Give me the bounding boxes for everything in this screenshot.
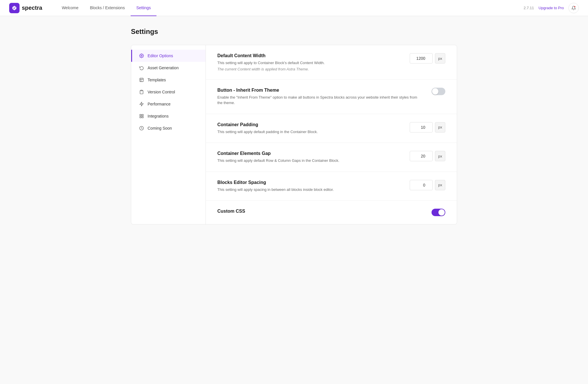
blocks-editor-spacing-unit: px: [435, 180, 445, 190]
setting-info-container-padding: Container Padding This setting will appl…: [217, 122, 398, 135]
grid-icon: [139, 114, 144, 119]
container-padding-input[interactable]: [410, 122, 433, 133]
nav-links: Welcome Blocks / Extensions Settings: [56, 0, 524, 16]
sidebar-item-asset-generation[interactable]: Asset Generation: [131, 62, 206, 74]
gear-icon: [139, 53, 144, 58]
version-label: 2.7.11: [524, 6, 534, 10]
svg-point-0: [574, 6, 575, 7]
setting-container-padding: Container Padding This setting will appl…: [206, 114, 457, 143]
setting-info-custom-css: Custom CSS: [217, 209, 420, 216]
setting-container-elements-gap: Container Elements Gap This setting will…: [206, 143, 457, 172]
svg-rect-5: [141, 90, 142, 91]
setting-info-blocks-editor-spacing: Blocks Editor Spacing This setting will …: [217, 180, 398, 193]
page-container: Settings Editor Options: [122, 16, 466, 236]
sidebar-label-performance: Performance: [148, 102, 171, 106]
nav-welcome[interactable]: Welcome: [56, 0, 84, 16]
nav-settings[interactable]: Settings: [131, 0, 157, 16]
setting-control-custom-css: [432, 209, 445, 216]
clock-icon: [139, 126, 144, 131]
svg-marker-6: [140, 102, 143, 106]
upgrade-to-pro-link[interactable]: Upgrade to Pro: [539, 6, 564, 10]
setting-control-container-elements-gap: px: [410, 151, 445, 161]
sidebar-label-templates: Templates: [148, 78, 166, 82]
sidebar-item-templates[interactable]: Templates: [131, 74, 206, 86]
setting-title-container-elements-gap: Container Elements Gap: [217, 151, 398, 156]
blocks-editor-spacing-input[interactable]: [410, 180, 433, 190]
setting-info-button-inherit: Button - Inherit From Theme Enable the "…: [217, 88, 420, 106]
sidebar-label-editor-options: Editor Options: [148, 53, 173, 58]
container-elements-gap-unit: px: [435, 151, 445, 161]
logo-link[interactable]: spectra: [9, 3, 42, 13]
setting-desc-default-content-width: This setting will apply to Container Blo…: [217, 60, 398, 66]
svg-rect-10: [142, 116, 143, 118]
clipboard-icon: [139, 89, 144, 95]
setting-title-default-content-width: Default Content Width: [217, 53, 398, 58]
bell-icon: [571, 6, 576, 10]
default-content-width-unit: px: [435, 53, 445, 64]
sidebar-item-integrations[interactable]: Integrations: [131, 110, 206, 122]
setting-info-container-elements-gap: Container Elements Gap This setting will…: [217, 151, 398, 164]
setting-control-default-content-width: px: [410, 53, 445, 64]
default-content-width-input[interactable]: [410, 53, 433, 64]
sidebar-label-asset-generation: Asset Generation: [148, 66, 179, 70]
bolt-icon: [139, 101, 144, 107]
setting-desc-button-inherit: Enable the "Inherit From Theme" option t…: [217, 95, 420, 106]
content-layout: Editor Options Asset Generation: [131, 45, 457, 224]
button-inherit-toggle[interactable]: [432, 88, 445, 95]
sidebar-item-editor-options[interactable]: Editor Options: [131, 50, 206, 62]
nav-blocks-extensions[interactable]: Blocks / Extensions: [84, 0, 130, 16]
svg-rect-8: [142, 114, 143, 116]
setting-title-custom-css: Custom CSS: [217, 209, 420, 214]
logo-text: spectra: [22, 5, 42, 11]
custom-css-toggle[interactable]: [432, 209, 445, 216]
svg-point-1: [141, 55, 142, 56]
nav-right: 2.7.11 Upgrade to Pro: [524, 3, 579, 13]
container-padding-unit: px: [435, 122, 445, 133]
setting-button-inherit: Button - Inherit From Theme Enable the "…: [206, 80, 457, 114]
setting-title-button-inherit: Button - Inherit From Theme: [217, 88, 420, 93]
setting-desc-blocks-editor-spacing: This setting will apply spacing in betwe…: [217, 187, 398, 193]
setting-desc-container-elements-gap: This setting will apply default Row & Co…: [217, 158, 398, 164]
notification-button[interactable]: [568, 3, 579, 13]
template-icon: [139, 77, 144, 82]
setting-control-blocks-editor-spacing: px: [410, 180, 445, 190]
refresh-icon: [139, 65, 144, 70]
sidebar-item-performance[interactable]: Performance: [131, 98, 206, 110]
setting-title-blocks-editor-spacing: Blocks Editor Spacing: [217, 180, 398, 185]
setting-title-container-padding: Container Padding: [217, 122, 398, 127]
svg-rect-2: [140, 78, 143, 82]
svg-rect-9: [140, 116, 141, 118]
toggle-knob: [432, 88, 438, 95]
setting-custom-css: Custom CSS: [206, 201, 457, 224]
sidebar-label-coming-soon: Coming Soon: [148, 126, 172, 130]
sidebar-label-version-control: Version Control: [148, 90, 175, 94]
toggle-knob-custom-css: [438, 209, 445, 216]
sidebar-label-integrations: Integrations: [148, 114, 169, 118]
setting-default-content-width: Default Content Width This setting will …: [206, 45, 457, 80]
sidebar: Editor Options Asset Generation: [131, 45, 206, 224]
sidebar-item-coming-soon[interactable]: Coming Soon: [131, 122, 206, 134]
setting-desc-container-padding: This setting will apply default padding …: [217, 129, 398, 135]
container-elements-gap-input[interactable]: [410, 151, 433, 161]
setting-info-default-content-width: Default Content Width This setting will …: [217, 53, 398, 71]
setting-blocks-editor-spacing: Blocks Editor Spacing This setting will …: [206, 172, 457, 201]
setting-control-container-padding: px: [410, 122, 445, 133]
logo-icon: [9, 3, 20, 13]
setting-desc2-default-content-width: The current Content width is applied fro…: [217, 67, 398, 71]
sidebar-item-version-control[interactable]: Version Control: [131, 86, 206, 98]
page-title: Settings: [131, 28, 457, 36]
top-navigation: spectra Welcome Blocks / Extensions Sett…: [0, 0, 588, 16]
setting-control-button-inherit: [432, 88, 445, 95]
svg-rect-7: [140, 114, 141, 116]
main-content: Default Content Width This setting will …: [206, 45, 457, 224]
